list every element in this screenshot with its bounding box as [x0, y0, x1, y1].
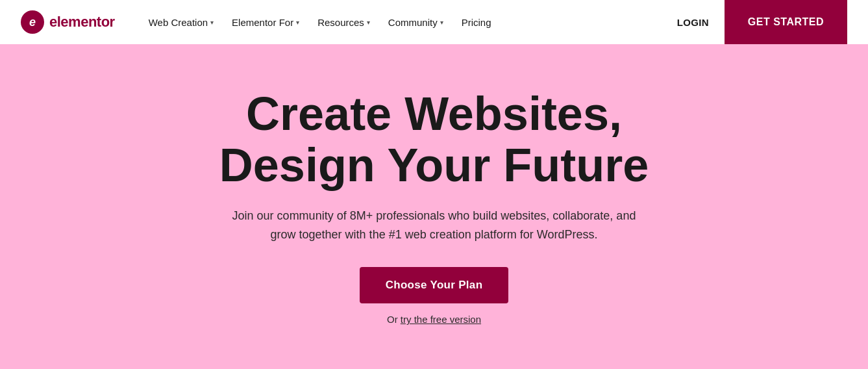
choose-plan-button[interactable]: Choose Your Plan [360, 267, 509, 303]
get-started-button[interactable]: GET STARTED [725, 0, 847, 44]
chevron-down-icon: ▾ [210, 19, 214, 26]
hero-section: Create Websites, Design Your Future Join… [0, 44, 868, 369]
chevron-down-icon: ▾ [296, 19, 299, 26]
free-version-link[interactable]: try the free version [401, 314, 481, 325]
hero-title: Create Websites, Design Your Future [219, 88, 649, 191]
nav-item-community[interactable]: Community ▾ [380, 12, 451, 33]
login-button[interactable]: LOGIN [662, 10, 725, 34]
logo-icon: e [21, 10, 44, 34]
nav-item-pricing[interactable]: Pricing [454, 12, 499, 33]
free-version-text: Or try the free version [387, 314, 481, 325]
nav-item-web-creation[interactable]: Web Creation ▾ [141, 12, 221, 33]
nav-item-resources[interactable]: Resources ▾ [310, 12, 378, 33]
chevron-down-icon: ▾ [440, 19, 443, 26]
logo-link[interactable]: e elementor [21, 10, 115, 34]
chevron-down-icon: ▾ [367, 19, 370, 26]
logo-text: elementor [49, 14, 115, 31]
navbar: e elementor Web Creation ▾ Elementor For… [0, 0, 868, 44]
nav-right: LOGIN GET STARTED [662, 0, 847, 44]
hero-subtitle: Join our community of 8M+ professionals … [227, 207, 642, 244]
nav-links: Web Creation ▾ Elementor For ▾ Resources… [141, 12, 662, 33]
nav-item-elementor-for[interactable]: Elementor For ▾ [224, 12, 307, 33]
